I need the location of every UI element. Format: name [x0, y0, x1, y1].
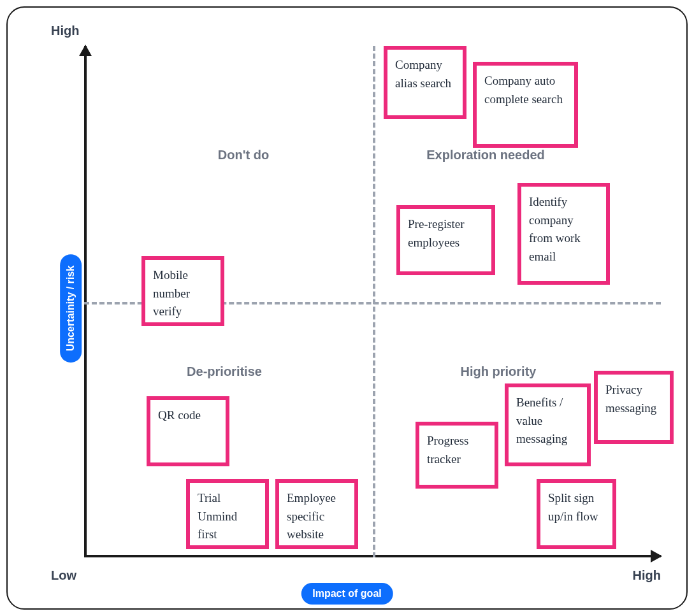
item-box-company-alias: Company alias search: [384, 46, 466, 119]
item-box-privacy-messaging: Privacy messaging: [594, 371, 674, 444]
item-box-trial-unmind-first: Trial Unmind first: [186, 479, 269, 549]
item-box-label: Employee specific website: [287, 489, 347, 544]
axis-x-title-pill: Impact of goal: [301, 583, 393, 605]
item-box-employee-website: Employee specific website: [275, 479, 358, 549]
axis-y-high-label: High: [51, 24, 79, 38]
item-box-identify-company: Identify company from work email: [517, 183, 610, 285]
item-box-progress-tracker: Progress tracker: [416, 422, 498, 489]
quadrant-label-high-priority: High priority: [428, 364, 568, 379]
item-box-label: Split sign up/in flow: [548, 489, 605, 526]
item-box-label: Company alias search: [395, 56, 455, 92]
chart-canvas: Don't do Exploration needed De-prioritis…: [84, 46, 661, 557]
item-box-mobile-number-verify: Mobile number verify: [141, 256, 224, 326]
item-box-pre-register: Pre-register employees: [396, 205, 495, 275]
axis-y-title-pill: Uncertainity / risk: [60, 254, 82, 362]
item-box-label: Privacy messaging: [605, 381, 662, 417]
item-box-benefits-messaging: Benefits / value messaging: [505, 383, 591, 466]
priority-matrix-frame: High Low High Uncertainity / risk Impact…: [6, 6, 688, 610]
axis-x-high-label: High: [633, 568, 661, 583]
item-box-label: Benefits / value messaging: [516, 394, 579, 448]
item-box-split-sign-flow: Split sign up/in flow: [537, 479, 616, 549]
item-box-label: Progress tracker: [427, 432, 487, 468]
item-box-qr-code: QR code: [147, 396, 229, 466]
quadrant-label-dont-do: Don't do: [173, 148, 314, 162]
item-box-company-autocomplete: Company auto complete search: [473, 62, 578, 148]
item-box-label: QR code: [158, 406, 201, 425]
item-box-label: Identify company from work email: [529, 193, 598, 266]
item-box-label: Mobile number verify: [153, 266, 213, 321]
item-box-label: Pre-register employees: [408, 215, 484, 252]
quadrant-label-deprioritise: De-prioritise: [154, 364, 294, 379]
item-box-label: Company auto complete search: [484, 72, 567, 108]
item-box-label: Trial Unmind first: [198, 489, 257, 544]
axis-low-label: Low: [51, 568, 76, 583]
quadrant-label-exploration: Exploration needed: [416, 148, 556, 162]
